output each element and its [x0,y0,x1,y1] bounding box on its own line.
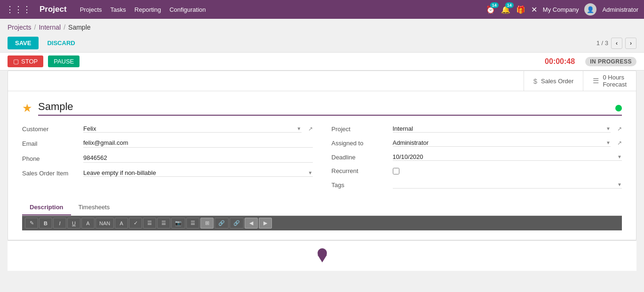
tags-select[interactable] [393,181,616,188]
deadline-select-wrapper: ▼ [393,153,622,161]
tb-check-btn[interactable]: ✓ [129,218,142,229]
tab-description[interactable]: Description [22,200,71,215]
assigned-to-label: Assigned to [332,140,388,147]
deadline-row: Deadline ▼ [332,153,622,161]
status-dot [615,105,622,111]
tb-bold-btn[interactable]: B [39,218,52,229]
bell-icon-btn[interactable]: 🔔 14 [501,5,510,14]
pause-button[interactable]: PAUSE [48,55,80,67]
action-bar: SAVE DISCARD 1 / 3 ‹ › [0,34,644,52]
customer-ext-link[interactable]: ↗ [308,126,313,132]
pagination-text: 1 / 3 [596,39,608,47]
sales-order-item-label: Sales Order Item [22,170,79,177]
avatar[interactable]: 👤 [584,3,596,16]
grid-icon[interactable]: ⋮⋮⋮ [6,4,31,15]
customer-select-wrapper: Felix ▼ [83,125,302,133]
tb-underline-btn[interactable]: U [67,218,80,229]
task-title-input[interactable] [38,101,622,116]
sales-order-item-select[interactable]: Leave empty if non-billable [83,169,306,176]
main-card: $ Sales Order ☰ 0 Hours Forecast ★ [8,71,636,240]
project-select[interactable]: Internal [393,125,604,132]
tags-caret: ▼ [617,182,622,187]
username: Administrator [602,6,638,13]
app-title: Project [40,5,67,14]
pin-triangle [318,255,327,262]
sales-order-item-row: Sales Order Item Leave empty if non-bill… [22,169,313,177]
deadline-label: Deadline [332,154,388,161]
phone-value: 9846562 [83,154,313,163]
nav-tasks[interactable]: Tasks [111,6,126,13]
tb-font-btn[interactable]: A [115,218,128,229]
breadcrumb-projects[interactable]: Projects [8,24,32,31]
email-row: Email felix@gmail.com [22,139,313,148]
recurrent-row: Recurrent [332,167,622,174]
tb-table-btn[interactable]: ☰ [186,218,199,229]
project-select-wrapper: Internal ▼ [393,125,611,133]
form-left-col: Customer Felix ▼ ↗ Email felix@gma [22,125,313,189]
sales-order-button[interactable]: $ Sales Order [524,71,583,91]
tb-grid-btn[interactable]: ⊞ [200,218,214,229]
clock-badge: 14 [490,2,499,8]
stop-label: STOP [21,58,38,65]
tb-italic-btn[interactable]: I [53,218,66,229]
breadcrumb-sep2: / [64,24,65,31]
nav-reporting[interactable]: Reporting [135,6,161,13]
bottom-area [8,240,636,271]
sales-order-label: Sales Order [541,78,573,85]
hours-forecast-button[interactable]: ☰ 0 Hours Forecast [583,71,636,91]
tb-ol-btn[interactable]: ☰ [157,218,170,229]
tb-ul-btn[interactable]: ☰ [143,218,156,229]
tb-color-btn[interactable]: A [81,218,95,229]
prev-page-button[interactable]: ‹ [611,38,622,49]
deadline-caret: ▼ [617,154,622,159]
bell-badge: 14 [505,2,514,8]
nav-projects[interactable]: Projects [80,6,102,13]
email-label: Email [22,140,79,147]
clock-icon-btn[interactable]: ⏰ 14 [486,5,495,14]
timer-status: IN PROGRESS [585,57,636,66]
tb-nan-btn[interactable]: NAN [95,218,114,229]
project-ext-link[interactable]: ↗ [617,126,622,132]
main-area: $ Sales Order ☰ 0 Hours Forecast ★ [0,71,644,278]
title-area: ★ [22,101,622,116]
tb-link2-btn[interactable]: 🔗 [230,218,244,229]
stop-button[interactable]: ▢ STOP [8,55,43,67]
star-icon[interactable]: ★ [22,102,32,115]
phone-row: Phone 9846562 [22,154,313,163]
recurrent-checkbox[interactable] [393,168,399,174]
breadcrumb-sep1: / [34,24,36,31]
close-icon[interactable]: ✕ [531,5,537,14]
company-name: My Company [543,6,579,13]
card-topbar: $ Sales Order ☰ 0 Hours Forecast [8,71,636,91]
deadline-input[interactable] [393,153,616,160]
recurrent-label: Recurrent [332,167,388,174]
tb-image-btn[interactable]: 📷 [171,218,185,229]
tags-label: Tags [332,182,388,189]
tab-timesheets[interactable]: Timesheets [71,200,118,215]
customer-select[interactable]: Felix [83,125,295,132]
gift-icon[interactable]: 🎁 [516,5,525,14]
list-icon: ☰ [593,77,599,85]
discard-button[interactable]: DISCARD [43,37,79,49]
customer-caret: ▼ [297,126,302,131]
assigned-to-caret: ▼ [606,140,611,145]
editor-toolbar: ✎ B I U A NAN A ✓ ☰ ☰ 📷 ☰ ⊞ 🔗 🔗 ◀ ▶ [22,216,622,230]
save-button[interactable]: SAVE [8,37,39,49]
tb-edit-btn[interactable]: ✎ [25,218,38,229]
dollar-icon: $ [533,77,537,85]
tb-prev-btn[interactable]: ◀ [245,218,258,229]
breadcrumb-internal[interactable]: Internal [39,24,61,31]
project-label: Project [332,126,388,133]
pagination: 1 / 3 ‹ › [596,38,636,49]
nav-right: ⏰ 14 🔔 14 🎁 ✕ My Company 👤 Administrator [486,3,638,16]
nav-configuration[interactable]: Configuration [169,6,206,13]
top-navigation: ⋮⋮⋮ Project Projects Tasks Reporting Con… [0,0,644,19]
assigned-to-select[interactable]: Administrator [393,139,604,146]
next-page-button[interactable]: › [625,38,636,49]
tb-link-btn[interactable]: 🔗 [215,218,229,229]
email-value: felix@gmail.com [83,139,313,148]
timer-display: 00:00:48 [545,57,575,66]
project-caret: ▼ [606,126,611,131]
tb-next-btn[interactable]: ▶ [259,218,272,229]
assigned-ext-link[interactable]: ↗ [617,140,622,146]
